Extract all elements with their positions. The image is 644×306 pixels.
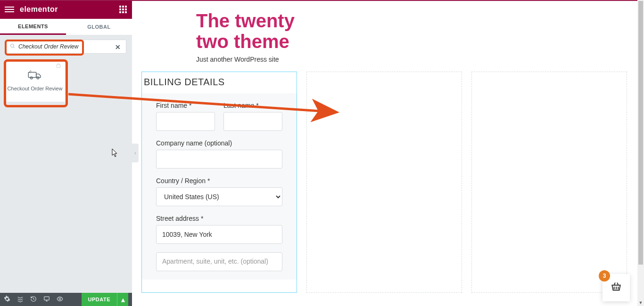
last-name-label: Last name * xyxy=(223,102,282,109)
clear-search-icon[interactable]: ✕ xyxy=(115,43,121,51)
truck-icon xyxy=(28,70,42,82)
search-box xyxy=(6,40,126,54)
billing-heading: BILLING DETAILS xyxy=(142,72,297,93)
panel-tabs: ELEMENTS GLOBAL xyxy=(0,19,132,35)
country-label: Country / Region * xyxy=(156,177,282,185)
pro-badge-icon xyxy=(55,63,62,71)
billing-form: First name * Last name * Company name (o… xyxy=(142,93,297,280)
country-field-wrap: Country / Region * United States (US) xyxy=(156,177,282,206)
panel-header-left: elementor xyxy=(5,5,58,14)
site-title-line2: two theme xyxy=(196,31,289,52)
search-wrap: ✕ xyxy=(0,35,132,56)
settings-icon[interactable] xyxy=(4,296,10,304)
top-border xyxy=(0,0,637,1)
elementor-panel: elementor ELEMENTS GLOBAL ✕ Checkout Ord… xyxy=(0,0,132,306)
svg-line-1 xyxy=(14,47,15,48)
site-tagline: Just another WordPress site xyxy=(196,56,581,63)
panel-header: elementor xyxy=(0,0,132,19)
street-field-wrap: Street address * xyxy=(156,215,282,244)
search-input[interactable] xyxy=(18,43,122,50)
svg-rect-2 xyxy=(28,72,36,78)
first-name-field-wrap: First name * xyxy=(156,102,215,131)
search-icon xyxy=(10,42,16,51)
name-row: First name * Last name * xyxy=(156,102,282,139)
svg-point-6 xyxy=(59,298,61,300)
preview-canvas: The twenty two theme Just another WordPr… xyxy=(140,1,637,306)
cart-count-badge: 3 xyxy=(599,270,610,282)
company-label: Company name (optional) xyxy=(156,139,282,147)
widget-checkout-order-review[interactable]: Checkout Order Review xyxy=(5,59,65,102)
street-field[interactable] xyxy=(156,225,282,244)
svg-point-3 xyxy=(30,77,33,79)
panel-footer: UPDATE ▴ xyxy=(0,293,132,306)
scroll-down-icon[interactable]: ▼ xyxy=(637,299,644,306)
menu-icon[interactable] xyxy=(5,7,14,12)
street-label: Street address * xyxy=(156,215,282,222)
update-dropdown[interactable]: ▴ xyxy=(117,293,128,306)
brand-logo: elementor xyxy=(20,5,58,14)
widget-label: Checkout Order Review xyxy=(8,86,63,91)
section-columns: BILLING DETAILS First name * Last name *… xyxy=(140,72,637,293)
first-name-field[interactable] xyxy=(156,112,215,131)
scrollbar-thumb[interactable] xyxy=(638,1,643,265)
preview-icon[interactable] xyxy=(57,296,63,304)
apps-icon[interactable] xyxy=(119,5,127,14)
site-title-line1: The twenty xyxy=(196,10,295,31)
column-empty-2[interactable] xyxy=(306,72,462,293)
svg-point-4 xyxy=(37,77,39,79)
history-icon[interactable] xyxy=(30,296,37,304)
svg-point-0 xyxy=(11,44,14,48)
column-billing[interactable]: BILLING DETAILS First name * Last name *… xyxy=(141,72,297,293)
responsive-icon[interactable] xyxy=(43,296,50,304)
tab-global[interactable]: GLOBAL xyxy=(66,19,132,35)
country-select[interactable]: United States (US) xyxy=(156,187,282,206)
navigator-icon[interactable] xyxy=(17,296,24,304)
company-field[interactable] xyxy=(156,150,282,169)
last-name-field[interactable] xyxy=(223,112,282,131)
tab-elements[interactable]: ELEMENTS xyxy=(0,19,66,35)
basket-icon xyxy=(610,281,622,295)
company-field-wrap: Company name (optional) xyxy=(156,139,282,169)
site-title: The twenty two theme xyxy=(196,10,581,52)
column-empty-3[interactable] xyxy=(471,72,627,293)
apt-field[interactable]: Apartment, suite, unit, etc. (optional) xyxy=(156,252,282,271)
update-button[interactable]: UPDATE xyxy=(82,293,117,306)
widgets-list: Checkout Order Review xyxy=(0,56,132,293)
page-scrollbar[interactable]: ▲ ▼ xyxy=(637,0,644,306)
last-name-field-wrap: Last name * xyxy=(223,102,282,131)
update-button-group: UPDATE ▴ xyxy=(82,293,128,306)
site-header: The twenty two theme Just another WordPr… xyxy=(140,1,637,72)
first-name-label: First name * xyxy=(156,102,215,109)
svg-rect-5 xyxy=(44,297,50,300)
collapse-panel-button[interactable]: ‹ xyxy=(132,144,139,162)
